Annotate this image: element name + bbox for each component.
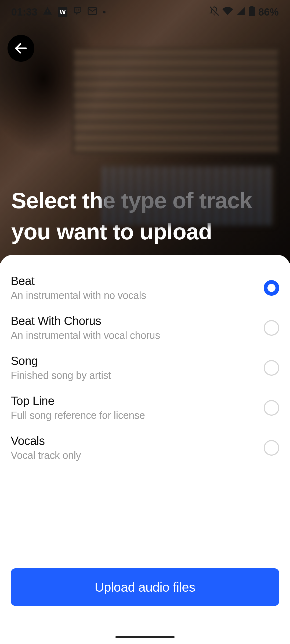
bottom-action-bar: Upload audio files (0, 553, 290, 644)
status-right: 86% (209, 6, 279, 19)
option-desc: Full song reference for license (11, 410, 264, 421)
battery-text: 86% (258, 6, 279, 18)
option-title: Top Line (11, 394, 264, 408)
app-w-icon: W (58, 7, 67, 17)
radio-icon[interactable] (264, 320, 279, 336)
battery-icon (249, 6, 255, 19)
option-desc: An instrumental with vocal chorus (11, 330, 264, 341)
more-dot-icon (103, 11, 106, 13)
twitch-icon (73, 6, 82, 18)
radio-selected-icon[interactable] (264, 280, 279, 296)
back-button[interactable] (8, 35, 34, 62)
option-title: Beat (11, 274, 264, 288)
option-desc: An instrumental with no vocals (11, 290, 264, 301)
option-vocals[interactable]: Vocals Vocal track only (11, 428, 279, 468)
gmail-icon (87, 6, 97, 19)
notifications-off-icon (209, 6, 219, 18)
status-left: 01:33 W (11, 6, 106, 19)
option-title: Vocals (11, 434, 264, 448)
hero-image: 01:33 W 86 (0, 0, 290, 263)
option-title: Beat With Chorus (11, 314, 264, 328)
option-song[interactable]: Song Finished song by artist (11, 348, 279, 388)
option-desc: Vocal track only (11, 450, 264, 461)
home-indicator[interactable] (115, 636, 175, 638)
status-time: 01:33 (11, 6, 37, 18)
svg-rect-1 (249, 7, 255, 16)
option-title: Song (11, 354, 264, 368)
radio-icon[interactable] (264, 360, 279, 376)
cell-signal-icon (236, 6, 245, 18)
wifi-icon (222, 6, 233, 19)
page-title: Select the type of track you want to upl… (11, 185, 279, 247)
arrow-left-icon (13, 41, 28, 56)
status-bar: 01:33 W 86 (0, 0, 290, 24)
option-top-line[interactable]: Top Line Full song reference for license (11, 388, 279, 428)
svg-rect-2 (250, 6, 253, 8)
radio-icon[interactable] (264, 400, 279, 416)
warning-icon (43, 6, 52, 18)
upload-button[interactable]: Upload audio files (11, 568, 279, 606)
option-desc: Finished song by artist (11, 370, 264, 381)
radio-icon[interactable] (264, 440, 279, 456)
option-beat[interactable]: Beat An instrumental with no vocals (11, 268, 279, 308)
option-beat-with-chorus[interactable]: Beat With Chorus An instrumental with vo… (11, 308, 279, 348)
